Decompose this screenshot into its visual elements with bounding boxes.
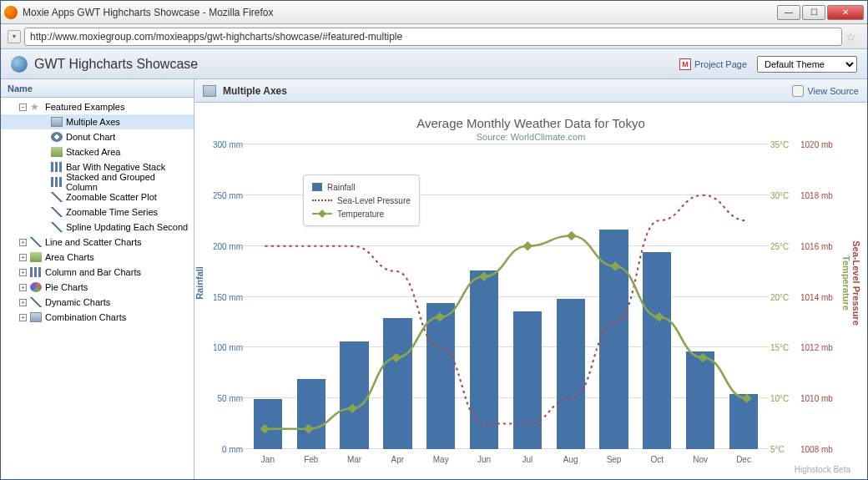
legend-dotted-icon — [312, 200, 332, 201]
chart-type-icon — [51, 162, 63, 172]
window-titlebar: Moxie Apps GWT Highcharts Showcase - Moz… — [1, 1, 867, 24]
marker-temperature[interactable] — [479, 271, 489, 280]
axis-tick: 100 mm — [211, 343, 243, 352]
nav-dropdown-icon[interactable]: ▾ — [8, 30, 21, 43]
tree-group[interactable]: +Dynamic Charts — [1, 295, 194, 310]
chart-type-icon — [51, 207, 63, 217]
expand-icon[interactable]: + — [19, 284, 27, 291]
tree-item-featured[interactable]: Stacked Area — [1, 144, 194, 159]
chart-type-icon — [30, 282, 42, 292]
chart-title: Average Monthly Weather Data for Tokyo — [211, 116, 850, 130]
view-source-label: View Source — [807, 86, 859, 96]
axis-tick: 25°C — [770, 241, 789, 250]
tree-group[interactable]: +Column and Bar Charts — [1, 265, 194, 280]
tree-group-featured[interactable]: − ★ Featured Examples — [1, 99, 194, 114]
content-title: Multiple Axes — [223, 85, 792, 97]
axis-tick: 50 mm — [211, 394, 243, 403]
tree-item-label: Donut Chart — [66, 132, 115, 142]
y-axis-temperature: 5°C10°C15°C20°C25°C30°C35°C — [770, 144, 799, 449]
tree-group-label: Line and Scatter Charts — [45, 237, 142, 247]
tree-group[interactable]: +Area Charts — [1, 250, 194, 265]
marker-temperature[interactable] — [698, 353, 708, 362]
tree-item-featured[interactable]: Spline Updating Each Second — [1, 220, 194, 235]
line-temperature[interactable] — [265, 236, 747, 429]
marker-temperature[interactable] — [304, 424, 314, 433]
x-axis-label: Jan — [246, 455, 290, 464]
tree-group[interactable]: +Pie Charts — [1, 280, 194, 295]
marker-temperature[interactable] — [654, 312, 664, 321]
tree-group-label: Column and Bar Charts — [45, 267, 141, 277]
legend-temperature[interactable]: Temperature — [312, 207, 411, 220]
collapse-icon[interactable]: − — [19, 104, 27, 111]
marker-temperature[interactable] — [391, 353, 401, 362]
url-input[interactable] — [30, 31, 836, 43]
legend[interactable]: Rainfall Sea-Level Pressure Temperature — [303, 174, 420, 226]
marker-temperature[interactable] — [742, 393, 752, 402]
tree-item-featured[interactable]: Donut Chart — [1, 129, 194, 144]
y-axis-rainfall: 0 mm50 mm100 mm150 mm200 mm250 mm300 mm — [211, 144, 243, 449]
theme-select[interactable]: Default Theme — [757, 56, 857, 73]
legend-pressure[interactable]: Sea-Level Pressure — [312, 194, 411, 207]
x-axis-label: Mar — [333, 455, 376, 464]
marker-temperature[interactable] — [522, 241, 532, 250]
axis-label-pressure: Sea-Level Pressure — [851, 240, 861, 326]
x-axis-label: Dec — [722, 455, 765, 464]
view-source-link[interactable]: View Source — [792, 85, 859, 97]
tree-group[interactable]: +Line and Scatter Charts — [1, 235, 194, 250]
window-title: Moxie Apps GWT Highcharts Showcase - Moz… — [23, 7, 777, 18]
tree: − ★ Featured Examples Multiple AxesDonut… — [1, 98, 194, 479]
marker-temperature[interactable] — [567, 231, 577, 240]
chart-type-icon — [51, 147, 63, 157]
project-page-link[interactable]: M Project Page — [679, 58, 747, 70]
minimize-button[interactable]: — — [777, 5, 800, 20]
tree-item-label: Zoomable Scatter Plot — [66, 192, 157, 202]
expand-icon[interactable]: + — [19, 314, 27, 321]
marker-temperature[interactable] — [347, 404, 357, 413]
axis-tick: 200 mm — [211, 241, 243, 250]
expand-icon[interactable]: + — [19, 269, 27, 276]
expand-icon[interactable]: + — [19, 299, 27, 306]
tree-group-label: Area Charts — [45, 252, 94, 262]
x-axis-label: Jul — [506, 455, 549, 464]
axis-tick: 10°C — [770, 394, 789, 403]
x-axis-label: Apr — [376, 455, 419, 464]
axis-tick: 5°C — [770, 445, 785, 454]
axis-label-rainfall: Rainfall — [194, 266, 204, 300]
tree-item-featured[interactable]: Stacked and Grouped Column — [1, 174, 194, 189]
marker-temperature[interactable] — [610, 261, 620, 270]
source-icon — [792, 85, 804, 97]
marker-temperature[interactable] — [435, 312, 445, 321]
bookmark-star-icon[interactable]: ☆ — [845, 30, 860, 43]
y-axis-pressure: 1008 mb1010 mb1012 mb1014 mb1016 mb1018 … — [800, 144, 842, 449]
url-field[interactable] — [24, 28, 842, 46]
project-m-icon: M — [679, 58, 691, 70]
x-axis-label: Aug — [549, 455, 593, 464]
chart-credit[interactable]: Highstock Beta — [795, 465, 850, 474]
tree-group[interactable]: +Combination Charts — [1, 310, 194, 325]
axis-tick: 150 mm — [211, 292, 243, 301]
legend-rainfall[interactable]: Rainfall — [312, 180, 411, 194]
expand-icon[interactable]: + — [19, 239, 27, 246]
expand-icon[interactable]: + — [19, 254, 27, 261]
firefox-icon — [4, 6, 18, 19]
tree-group-label: Dynamic Charts — [45, 297, 110, 307]
axis-tick: 1010 mb — [800, 394, 833, 403]
content-panel: Multiple Axes View Source Average Monthl… — [194, 79, 867, 479]
globe-icon — [11, 56, 28, 73]
tree-item-label: Spline Updating Each Second — [66, 222, 188, 232]
marker-temperature[interactable] — [260, 424, 270, 433]
tree-item-featured[interactable]: Multiple Axes — [1, 114, 194, 129]
chart-type-icon — [30, 252, 42, 262]
chart-panel-icon — [203, 85, 216, 97]
x-axis-label: May — [419, 455, 462, 464]
axis-tick: 300 mm — [211, 140, 243, 149]
app-toolbar: GWT Highcharts Showcase M Project Page D… — [1, 49, 867, 79]
tree-item-featured[interactable]: Zoomable Time Series — [1, 205, 194, 220]
maximize-button[interactable]: ☐ — [802, 5, 825, 20]
tree-label: Featured Examples — [45, 102, 124, 112]
tree-item-label: Stacked and Grouped Column — [66, 172, 189, 192]
tree-group-label: Combination Charts — [45, 312, 126, 322]
close-button[interactable]: ✕ — [827, 5, 864, 20]
chart-type-icon — [30, 237, 42, 247]
line-pressure[interactable] — [265, 195, 747, 424]
